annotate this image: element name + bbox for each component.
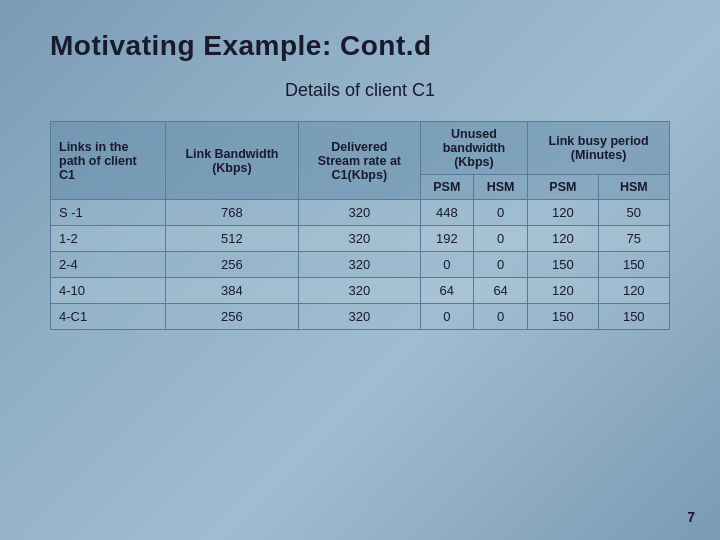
cell-unused-hsm: 64 <box>474 278 528 304</box>
data-table: Links in thepath of clientC1 Link Bandwi… <box>50 121 670 330</box>
cell-delivered: 320 <box>299 304 421 330</box>
cell-busy-hsm: 120 <box>598 278 669 304</box>
cell-unused-psm: 64 <box>420 278 473 304</box>
subheader-psm2: PSM <box>528 175 598 200</box>
col-links-header: Links in thepath of clientC1 <box>51 122 166 200</box>
cell-delivered: 320 <box>299 252 421 278</box>
main-title: Motivating Example: Cont.d <box>50 30 670 62</box>
cell-busy-hsm: 150 <box>598 304 669 330</box>
cell-unused-psm: 192 <box>420 226 473 252</box>
cell-link: 2-4 <box>51 252 166 278</box>
header-row: Links in thepath of clientC1 Link Bandwi… <box>51 122 670 175</box>
cell-busy-hsm: 75 <box>598 226 669 252</box>
col-unused-header: Unusedbandwidth(Kbps) <box>420 122 528 175</box>
cell-delivered: 320 <box>299 226 421 252</box>
cell-unused-psm: 0 <box>420 304 473 330</box>
cell-delivered: 320 <box>299 278 421 304</box>
subheader-hsm2: HSM <box>598 175 669 200</box>
cell-bandwidth: 256 <box>165 252 298 278</box>
cell-bandwidth: 768 <box>165 200 298 226</box>
subheader-hsm1: HSM <box>474 175 528 200</box>
table-row: 2-4 256 320 0 0 150 150 <box>51 252 670 278</box>
col-busy-header: Link busy period(Minutes) <box>528 122 670 175</box>
slide-container: Motivating Example: Cont.d Details of cl… <box>0 0 720 540</box>
table-wrapper: Links in thepath of clientC1 Link Bandwi… <box>50 121 670 510</box>
cell-link: S -1 <box>51 200 166 226</box>
subtitle: Details of client C1 <box>50 80 670 101</box>
cell-delivered: 320 <box>299 200 421 226</box>
cell-unused-psm: 448 <box>420 200 473 226</box>
cell-unused-psm: 0 <box>420 252 473 278</box>
cell-bandwidth: 384 <box>165 278 298 304</box>
table-row: 4-10 384 320 64 64 120 120 <box>51 278 670 304</box>
cell-link: 4-C1 <box>51 304 166 330</box>
col-bandwidth-header: Link Bandwidth(Kbps) <box>165 122 298 200</box>
cell-busy-hsm: 50 <box>598 200 669 226</box>
cell-busy-psm: 120 <box>528 278 598 304</box>
subheader-psm1: PSM <box>420 175 473 200</box>
cell-link: 4-10 <box>51 278 166 304</box>
cell-busy-psm: 150 <box>528 304 598 330</box>
cell-unused-hsm: 0 <box>474 304 528 330</box>
cell-link: 1-2 <box>51 226 166 252</box>
cell-bandwidth: 256 <box>165 304 298 330</box>
cell-busy-psm: 120 <box>528 226 598 252</box>
cell-unused-hsm: 0 <box>474 226 528 252</box>
cell-busy-hsm: 150 <box>598 252 669 278</box>
table-row: S -1 768 320 448 0 120 50 <box>51 200 670 226</box>
cell-busy-psm: 150 <box>528 252 598 278</box>
cell-bandwidth: 512 <box>165 226 298 252</box>
table-body: S -1 768 320 448 0 120 50 1-2 512 320 19… <box>51 200 670 330</box>
col-delivered-header: DeliveredStream rate atC1(Kbps) <box>299 122 421 200</box>
cell-unused-hsm: 0 <box>474 252 528 278</box>
page-number: 7 <box>687 509 695 525</box>
cell-unused-hsm: 0 <box>474 200 528 226</box>
table-row: 1-2 512 320 192 0 120 75 <box>51 226 670 252</box>
table-row: 4-C1 256 320 0 0 150 150 <box>51 304 670 330</box>
cell-busy-psm: 120 <box>528 200 598 226</box>
